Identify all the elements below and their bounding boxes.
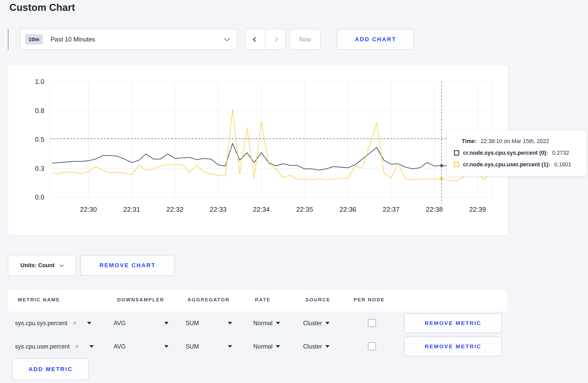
x-axis-tick-label: 22:39	[469, 205, 486, 213]
custom-chart-page: Custom Chart 10m Past 10 Minutes Now ADD…	[0, 0, 588, 383]
metric-name-select[interactable]: sys.cpu.sys.percent×	[15, 311, 91, 335]
dropdown-caret-icon	[228, 345, 232, 348]
tooltip-series-row: cr.node.sys.cpu.user.percent (1):0.1601	[447, 160, 587, 169]
rate-value: Normal	[253, 343, 272, 350]
dropdown-caret-icon	[325, 345, 330, 348]
x-axis-tick-label: 22:37	[383, 205, 400, 213]
column-header-per-node: PER NODE	[354, 297, 385, 303]
tooltip-series-label: cr.node.sys.cpu.sys.percent (0):	[463, 150, 548, 156]
timeseries-chart[interactable]: 0.00.30.50.81.022:3022:3122:3222:3322:34…	[8, 65, 508, 235]
metric-name: sys.cpu.sys.percent	[15, 320, 67, 327]
tooltip-time-value: 22:38:10 on Mar 15th, 2022	[481, 138, 549, 145]
x-axis-tick-label: 22:33	[210, 205, 227, 213]
clear-metric-icon[interactable]: ×	[75, 343, 79, 350]
chart-card: 0.00.30.50.81.022:3022:3122:3222:3322:34…	[8, 65, 508, 235]
chevron-down-icon	[60, 263, 64, 267]
dropdown-caret-icon	[164, 322, 169, 324]
x-axis-tick-label: 22:36	[339, 205, 356, 213]
aggregator-select[interactable]: SUM	[186, 335, 232, 358]
rate-select[interactable]: Normal	[253, 311, 280, 335]
downsampler-select[interactable]: AVG	[114, 335, 169, 358]
metrics-table: METRIC NAMEDOWNSAMPLERAGGREGATORRATESOUR…	[8, 290, 507, 358]
y-axis-tick-label: 0.0	[35, 193, 44, 201]
chart-tooltip: Time: 22:38:10 on Mar 15th, 2022 cr.node…	[447, 130, 587, 176]
hover-dot-1	[440, 177, 443, 180]
tooltip-time-row: Time: 22:38:10 on Mar 15th, 2022	[447, 137, 587, 146]
x-axis-tick-label: 22:30	[80, 205, 97, 213]
remove-chart-button[interactable]: REMOVE CHART	[80, 255, 175, 276]
tooltip-series-value: 0.1601	[554, 161, 571, 168]
x-axis-tick-label: 22:38	[426, 205, 443, 213]
column-header-downsampler: DOWNSAMPLER	[117, 297, 164, 303]
tooltip-time-label: Time:	[462, 138, 477, 145]
aggregator-select[interactable]: SUM	[186, 311, 232, 335]
tooltip-series-row: cr.node.sys.cpu.sys.percent (0):0.2732	[447, 148, 587, 158]
remove-metric-button[interactable]: REMOVE METRIC	[404, 337, 502, 356]
source-select[interactable]: Cluster	[303, 311, 330, 335]
series-swatch-icon	[454, 150, 459, 155]
x-axis-tick-label: 22:32	[166, 205, 183, 213]
add-chart-button[interactable]: ADD CHART	[337, 29, 414, 50]
add-metric-button[interactable]: ADD METRIC	[12, 358, 89, 380]
series-line-1	[52, 109, 492, 181]
now-button[interactable]: Now	[290, 29, 321, 50]
prev-time-button[interactable]	[245, 30, 265, 49]
downsampler-select[interactable]: AVG	[114, 311, 169, 335]
page-title: Custom Chart	[9, 2, 75, 13]
chevron-down-icon	[224, 36, 230, 41]
dropdown-caret-icon	[276, 345, 280, 348]
time-range-select[interactable]: 10m Past 10 Minutes	[20, 29, 237, 50]
source-value: Cluster	[303, 343, 322, 350]
column-header-aggregator: AGGREGATOR	[187, 297, 230, 303]
y-axis-tick-label: 1.0	[35, 78, 44, 86]
per-node-checkbox[interactable]	[368, 342, 376, 350]
metrics-table-header: METRIC NAMEDOWNSAMPLERAGGREGATORRATESOUR…	[8, 290, 507, 311]
metric-name-select[interactable]: sys.cpu.user.percent×	[15, 335, 94, 358]
chevron-left-icon	[253, 37, 257, 42]
downsampler-value: AVG	[114, 343, 126, 350]
dropdown-caret-icon	[89, 345, 94, 348]
column-header-rate: RATE	[255, 297, 271, 303]
dropdown-caret-icon	[228, 322, 232, 324]
series-swatch-icon	[454, 162, 459, 167]
downsampler-value: AVG	[114, 320, 126, 327]
x-axis-tick-label: 22:35	[296, 205, 313, 213]
column-header-source: SOURCE	[305, 297, 331, 303]
hover-dot-0	[440, 164, 443, 167]
dropdown-caret-icon	[325, 322, 330, 324]
per-node-checkbox[interactable]	[368, 319, 376, 327]
aggregator-value: SUM	[186, 343, 199, 350]
x-axis-tick-label: 22:31	[123, 205, 140, 213]
source-select[interactable]: Cluster	[303, 335, 330, 358]
dropdown-caret-icon	[276, 322, 280, 324]
y-axis-tick-label: 0.5	[35, 136, 44, 143]
metric-name: sys.cpu.user.percent	[15, 343, 70, 350]
source-value: Cluster	[303, 320, 322, 327]
y-axis-tick-label: 0.8	[35, 107, 44, 115]
tooltip-series-label: cr.node.sys.cpu.user.percent (1):	[463, 161, 550, 168]
time-range-badge: 10m	[25, 34, 43, 45]
remove-metric-button[interactable]: REMOVE METRIC	[404, 313, 502, 333]
tooltip-series-value: 0.2732	[552, 150, 569, 156]
y-axis-tick-label: 0.3	[35, 165, 44, 172]
x-axis-tick-label: 22:34	[253, 205, 270, 213]
chevron-right-icon	[273, 37, 278, 42]
units-label: Units: Count	[20, 262, 55, 269]
metric-row: sys.cpu.user.percent×AVGSUMNormalCluster…	[8, 335, 507, 358]
toolbar-divider	[8, 29, 9, 50]
time-nav-group	[245, 29, 286, 50]
clear-metric-icon[interactable]: ×	[73, 320, 77, 327]
aggregator-value: SUM	[186, 320, 199, 327]
rate-value: Normal	[253, 320, 272, 327]
units-select[interactable]: Units: Count	[8, 255, 76, 276]
column-header-metric-name: METRIC NAME	[18, 297, 60, 303]
dropdown-caret-icon	[87, 322, 91, 324]
metric-row: sys.cpu.sys.percent×AVGSUMNormalClusterR…	[8, 311, 507, 335]
dropdown-caret-icon	[164, 345, 169, 348]
metrics-table-rows: sys.cpu.sys.percent×AVGSUMNormalClusterR…	[8, 311, 507, 358]
rate-select[interactable]: Normal	[253, 335, 280, 358]
next-time-button[interactable]	[265, 30, 285, 49]
time-range-label: Past 10 Minutes	[51, 36, 95, 43]
